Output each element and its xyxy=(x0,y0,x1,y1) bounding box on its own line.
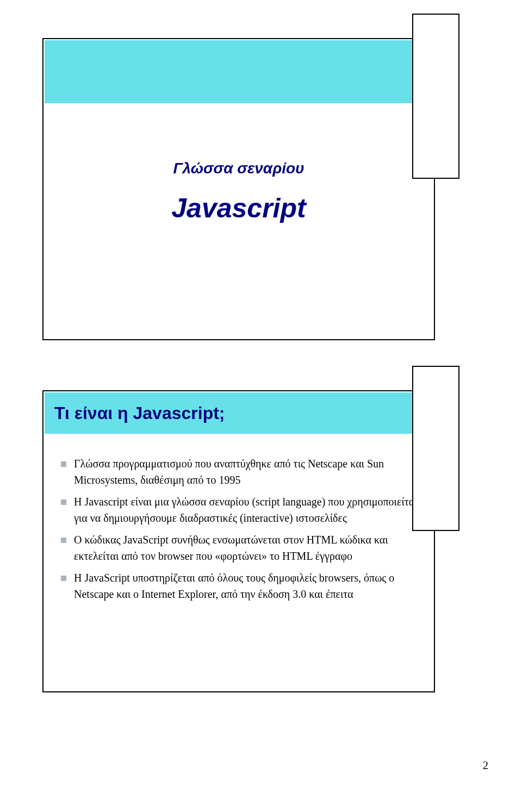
slide2-title-bar: Τι είναι η Javascript; xyxy=(45,392,433,434)
page-number: 2 xyxy=(483,759,488,772)
slide2-title-bar-text: Τι είναι η Javascript; xyxy=(54,403,225,423)
slide1-overline: Γλώσσα σεναρίου xyxy=(59,160,419,177)
slide2-body: Γλώσσα προγραμματισμού που αναπτύχθηκε α… xyxy=(44,434,434,619)
decorative-box-1 xyxy=(412,14,459,179)
bullet-list: Γλώσσα προγραμματισμού που αναπτύχθηκε α… xyxy=(59,455,419,602)
slide-1: Γλώσσα σεναρίου Javascript xyxy=(42,38,435,340)
slide1-title-bar xyxy=(45,40,433,103)
slide1-heading: Javascript xyxy=(59,192,419,224)
list-item: Γλώσσα προγραμματισμού που αναπτύχθηκε α… xyxy=(59,455,419,488)
slide1-body: Γλώσσα σεναρίου Javascript xyxy=(44,103,434,235)
list-item: Η JavaScript υποστηρίζεται από όλους του… xyxy=(59,570,419,602)
list-item: Η Javascript είναι μια γλώσσα σεναρίου (… xyxy=(59,494,419,526)
slide-2: Τι είναι η Javascript; Γλώσσα προγραμματ… xyxy=(42,390,435,692)
decorative-box-2 xyxy=(412,366,459,531)
list-item: Ο κώδικας JavaScript συνήθως ενσωματώνετ… xyxy=(59,532,419,564)
